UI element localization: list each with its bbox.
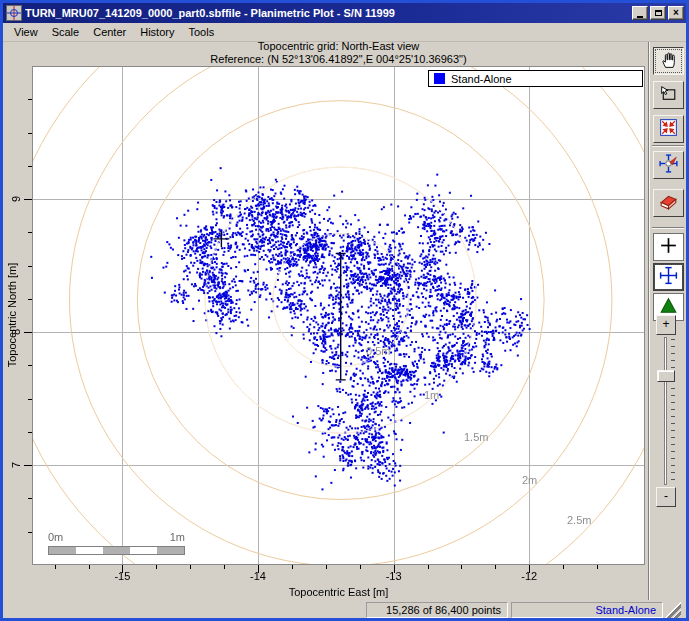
menu-item-center[interactable]: Center <box>86 24 133 40</box>
zoom-slider-ticks <box>671 339 675 484</box>
zoom-in-button[interactable]: + <box>656 315 676 335</box>
application-window: TURN_MRU07_141209_0000_part0.sbffile - P… <box>0 0 689 621</box>
zoom-slider-track[interactable] <box>664 337 667 485</box>
pan-tool-button[interactable] <box>653 47 684 75</box>
range-ring-label: 1.5m <box>464 431 488 443</box>
minimize-icon <box>637 16 643 18</box>
range-ring-label: 2m <box>522 474 537 486</box>
crosshair-marker-icon <box>658 265 679 290</box>
x-axis-title: Topocentric East [m] <box>32 586 645 598</box>
y-tick-label: 7 <box>10 462 22 468</box>
center-on-point-button[interactable] <box>653 151 684 179</box>
statusbar-spacer <box>3 602 366 618</box>
menu-item-view[interactable]: View <box>7 24 45 40</box>
scalebar-segment <box>76 547 103 554</box>
status-bar: 15,286 of 86,400 points Stand-Alone <box>3 600 686 618</box>
range-ring-label: 0.5m <box>366 345 390 357</box>
menu-item-history[interactable]: History <box>133 24 181 40</box>
scalebar-segment <box>103 547 130 554</box>
scalebar-zero-label: 0m <box>48 531 63 543</box>
mode-status: Stand-Alone <box>511 602 663 618</box>
scalebar-segment <box>157 547 184 554</box>
center-target-icon <box>658 153 679 178</box>
menu-item-tools[interactable]: Tools <box>181 24 221 40</box>
legend-series-label: Stand-Alone <box>451 73 512 85</box>
points-count-status: 15,286 of 86,400 points <box>366 602 508 618</box>
scale-bar <box>48 546 185 555</box>
title-bar: TURN_MRU07_141209_0000_part0.sbffile - P… <box>3 3 686 23</box>
select-rectangle-icon <box>658 83 679 108</box>
eraser-icon <box>658 191 679 216</box>
marker-plus-button[interactable] <box>653 233 684 261</box>
x-tick-label: -14 <box>250 570 266 582</box>
scalebar-segment <box>49 547 76 554</box>
resize-grip[interactable] <box>665 602 681 618</box>
scalebar-one-meter-label: 1m <box>170 531 185 543</box>
plus-marker-icon <box>658 235 679 260</box>
planimetric-plot-canvas[interactable] <box>12 56 656 586</box>
maximize-button[interactable] <box>650 6 666 20</box>
y-axis-title: Topocentric North [m] <box>6 263 18 368</box>
app-icon <box>6 5 22 21</box>
menu-item-scale[interactable]: Scale <box>45 24 87 40</box>
x-tick-label: -15 <box>114 570 130 582</box>
zoom-out-button[interactable]: - <box>656 487 676 507</box>
plot-toolbar: +- <box>648 42 686 600</box>
grid-view-header: Topocentric grid: North-East view <box>32 40 645 52</box>
scalebar-segment <box>130 547 157 554</box>
legend: Stand-Alone <box>428 70 643 87</box>
erase-button[interactable] <box>653 189 684 217</box>
zoom-slider-handle[interactable] <box>657 370 675 382</box>
range-ring-label: 2.5m <box>567 514 591 526</box>
x-tick-label: -13 <box>386 570 402 582</box>
marker-crosshair-button[interactable] <box>653 263 684 291</box>
window-title: TURN_MRU07_141209_0000_part0.sbffile - P… <box>25 7 632 19</box>
maximize-icon <box>655 10 662 16</box>
zoom-extents-icon <box>658 117 679 142</box>
minimize-button[interactable] <box>632 6 648 20</box>
close-button[interactable]: × <box>668 6 684 20</box>
legend-swatch <box>434 73 445 84</box>
toolbar-separator <box>652 227 684 229</box>
select-tool-button[interactable] <box>653 81 684 109</box>
x-tick-label: -12 <box>521 570 537 582</box>
range-ring-label: 1m <box>424 389 439 401</box>
hand-icon <box>658 49 679 74</box>
close-icon: × <box>673 8 679 18</box>
toolbar-separator <box>652 145 684 147</box>
y-tick-label: 9 <box>10 196 22 202</box>
zoom-extents-button[interactable] <box>653 115 684 143</box>
